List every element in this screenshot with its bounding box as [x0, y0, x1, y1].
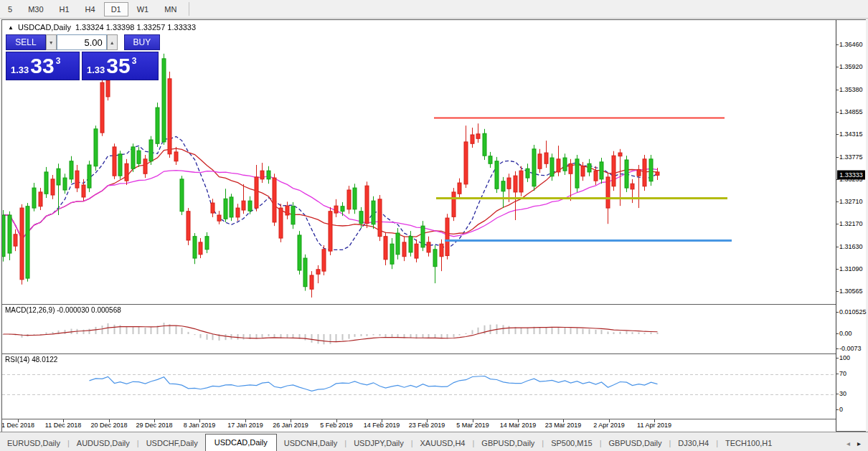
- buy-price-pips: 35: [106, 54, 130, 77]
- timeframe-button-mn[interactable]: MN: [157, 2, 184, 16]
- symbol-label: USDCAD,Daily: [18, 23, 71, 32]
- chart-tab-xauusd-h4[interactable]: XAUUSD,H4: [413, 435, 473, 451]
- rsi-axis-label: 0: [839, 406, 843, 413]
- axis-tick: [836, 291, 839, 292]
- scroll-tabs-left-icon[interactable]: ◂: [846, 440, 850, 447]
- time-axis-label: 11 Dec 2018: [45, 422, 81, 429]
- sell-button[interactable]: SELL: [6, 34, 46, 50]
- time-axis-label: 5 Mar 2019: [456, 422, 489, 429]
- toolbar-separator: [189, 2, 189, 16]
- chart-tab-usdjpy-daily[interactable]: USDJPY,Daily: [346, 435, 411, 451]
- macd-pane[interactable]: MACD(12,26,9) -0.000030 0.000568: [2, 304, 836, 353]
- axis-tick: [836, 394, 839, 394]
- axis-tick: [836, 157, 839, 158]
- volume-increase-button[interactable]: ▲: [107, 34, 118, 50]
- chart-tab-dj30-h4[interactable]: DJ30,H4: [671, 435, 716, 451]
- scroll-tabs-right-icon[interactable]: ▸: [857, 440, 861, 447]
- axis-tick: [836, 90, 839, 90]
- time-axis-label: 17 Jan 2019: [227, 422, 263, 429]
- time-axis-label: 11 Apr 2019: [637, 422, 671, 429]
- rsi-canvas[interactable]: [2, 354, 836, 419]
- price-axis-label: 1.30565: [839, 288, 863, 295]
- chart-tab-bar: EURUSD,Daily|AUDUSD,Daily|USDCHF,DailyUS…: [0, 432, 868, 451]
- timeframe-button-m30[interactable]: M30: [21, 2, 50, 16]
- one-click-trading-widget: SELL ▼ 5.00 ▲ BUY 1.33 33 3 1.33 35 3: [6, 34, 160, 80]
- chart-tab-gbpusd-daily[interactable]: GBPUSD,Daily: [474, 435, 542, 451]
- timeframe-button-d1[interactable]: D1: [104, 2, 128, 16]
- macd-canvas[interactable]: [2, 305, 836, 353]
- timeframe-button-h1[interactable]: H1: [52, 2, 77, 16]
- axis-tick: [836, 312, 839, 313]
- time-axis-label: 14 Mar 2019: [500, 422, 537, 429]
- rsi-axis-label: 30: [839, 390, 846, 397]
- axis-tick: [836, 348, 839, 349]
- axis-tick: [836, 67, 839, 67]
- axis-tick: [836, 201, 839, 202]
- rsi-axis-label: 100: [839, 354, 850, 361]
- rsi-pane[interactable]: RSI(14) 48.0122: [2, 353, 836, 419]
- sell-price-point: 3: [56, 56, 61, 66]
- time-axis-label: 1 Dec 2018: [2, 422, 34, 429]
- price-axis-label: 1.33775: [839, 153, 863, 161]
- chart-tab-tech100-h1[interactable]: TECH100,H1: [718, 435, 779, 451]
- rsi-axis-label: 70: [839, 370, 846, 377]
- rsi-label: RSI(14) 48.0122: [5, 356, 57, 364]
- chart-tab-gbpusd-daily[interactable]: GBPUSD,Daily: [602, 435, 669, 451]
- volume-decrease-button[interactable]: ▼: [46, 34, 57, 50]
- timeframe-toolbar: 5M30H1H4D1W1MN: [0, 0, 868, 19]
- ohlc-values: 1.33324 1.33398 1.33257 1.33333: [75, 23, 196, 32]
- buy-price-prefix: 1.33: [87, 65, 105, 75]
- volume-input[interactable]: 5.00: [57, 34, 107, 50]
- chart-tab-audusd-daily[interactable]: AUDUSD,Daily: [70, 435, 137, 451]
- chart-tab-sp500-m15[interactable]: SP500,M15: [544, 435, 599, 451]
- timeframe-button-5[interactable]: 5: [1, 2, 19, 16]
- macd-label: MACD(12,26,9) -0.000030 0.000568: [5, 306, 121, 314]
- chart-tab-eurusd-daily[interactable]: EURUSD,Daily: [0, 435, 67, 451]
- buy-quote-panel[interactable]: 1.33 35 3: [82, 52, 159, 80]
- price-pane[interactable]: ▲ USDCAD,Daily 1.33324 1.33398 1.33257 1…: [2, 20, 836, 303]
- chart-tab-usdchf-daily[interactable]: USDCHF,Daily: [139, 435, 205, 451]
- timeframe-button-w1[interactable]: W1: [130, 2, 156, 16]
- price-axis-label: 1.35920: [839, 63, 863, 70]
- axis-tick: [836, 134, 839, 135]
- price-axis[interactable]: 1.33333 1.364601.359201.353801.348551.34…: [836, 20, 866, 431]
- price-axis-label: 1.31630: [839, 243, 863, 250]
- timeframe-button-h4[interactable]: H4: [78, 2, 103, 16]
- sell-quote-panel[interactable]: 1.33 33 3: [6, 52, 80, 80]
- chart-title: ▲ USDCAD,Daily 1.33324 1.33398 1.33257 1…: [8, 23, 196, 32]
- sell-price-pips: 33: [30, 54, 54, 77]
- time-axis-label: 29 Dec 2018: [136, 422, 172, 429]
- price-axis-label: 1.35380: [839, 86, 863, 93]
- macd-axis-label: 0.00: [839, 330, 852, 337]
- price-axis-label: 1.34855: [839, 108, 863, 115]
- time-axis-label: 14 Feb 2019: [364, 422, 400, 429]
- macd-axis-label: -0.0073: [839, 345, 862, 352]
- buy-price-point: 3: [132, 56, 137, 66]
- axis-tick: [836, 179, 839, 180]
- price-axis-label: 1.32170: [839, 220, 863, 227]
- buy-button[interactable]: BUY: [124, 34, 160, 50]
- time-axis-label: 20 Dec 2018: [90, 422, 127, 429]
- time-axis-label: 23 Feb 2019: [409, 422, 445, 429]
- chart-tab-usdcnh-daily[interactable]: USDCNH,Daily: [277, 435, 345, 451]
- price-axis-label: 1.32710: [839, 198, 863, 205]
- chart-tab-usdcad-daily[interactable]: USDCAD,Daily: [205, 434, 277, 451]
- axis-tick: [836, 409, 839, 410]
- macd-axis-label: 0.010525: [839, 308, 867, 315]
- price-axis-label: 1.36460: [839, 41, 863, 48]
- time-axis-label: 8 Jan 2019: [184, 422, 216, 429]
- mt4-window: 5M30H1H4D1W1MN ▲ USDCAD,Daily 1.33324 1.…: [0, 0, 868, 451]
- chart-window: ▲ USDCAD,Daily 1.33324 1.33398 1.33257 1…: [1, 19, 866, 432]
- time-axis-label: 26 Jan 2019: [273, 422, 308, 429]
- collapse-arrow-icon[interactable]: ▲: [8, 24, 14, 31]
- axis-tick: [836, 112, 839, 113]
- price-axis-label: 1.33235: [839, 176, 863, 183]
- price-axis-label: 1.31090: [839, 265, 863, 272]
- axis-tick: [836, 358, 839, 359]
- time-axis[interactable]: 1 Dec 201811 Dec 201820 Dec 201829 Dec 2…: [2, 419, 836, 432]
- axis-tick: [836, 247, 839, 247]
- time-axis-label: 5 Feb 2019: [320, 422, 353, 429]
- price-axis-label: 1.34315: [839, 130, 863, 138]
- sell-price-prefix: 1.33: [11, 65, 29, 75]
- axis-tick: [836, 333, 839, 334]
